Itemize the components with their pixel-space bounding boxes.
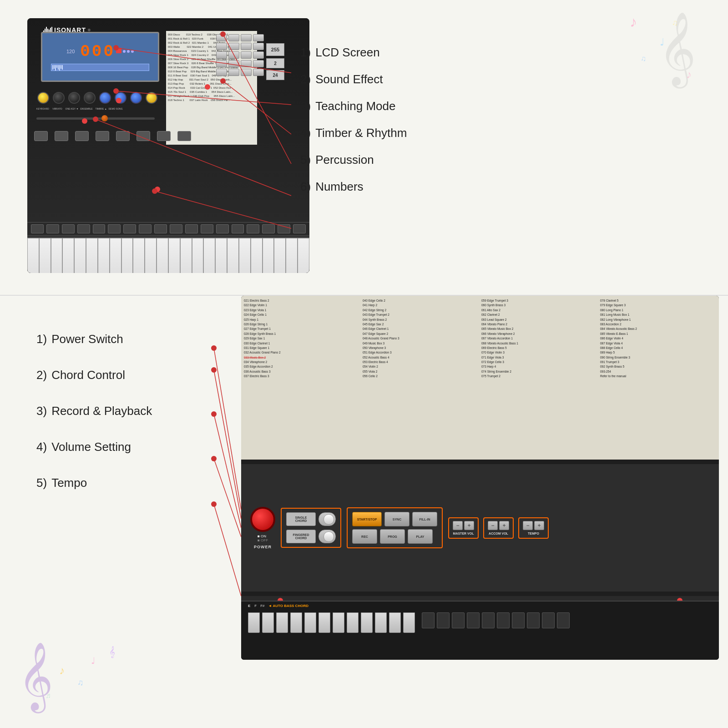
bass-white-key-2[interactable]	[262, 612, 274, 633]
btn-blue-3[interactable]	[130, 92, 142, 104]
white-key[interactable]	[51, 238, 63, 273]
rhythm-btn[interactable]	[228, 69, 239, 76]
white-key[interactable]	[239, 238, 251, 273]
bass-white-key-10[interactable]	[375, 612, 387, 633]
rhythm-btn[interactable]	[253, 69, 264, 76]
func-icon-16[interactable]	[262, 224, 275, 233]
func-icon-bottom-3[interactable]	[452, 612, 465, 628]
bass-white-key-9[interactable]	[361, 612, 373, 633]
single-chord-toggle[interactable]	[318, 512, 336, 526]
func-icon-5[interactable]	[93, 224, 106, 233]
bass-white-key-6[interactable]	[318, 612, 330, 633]
perc-icon-3[interactable]	[75, 131, 89, 141]
func-icon-14[interactable]	[232, 224, 244, 233]
master-vol-minus[interactable]: −	[453, 521, 463, 530]
white-key[interactable]	[133, 238, 145, 273]
white-key[interactable]	[192, 238, 204, 273]
func-icon-2[interactable]	[46, 224, 59, 233]
fingered-chord-toggle[interactable]	[318, 530, 336, 543]
btn-black-3[interactable]	[84, 92, 96, 104]
white-key[interactable]	[203, 238, 215, 273]
func-icon-bottom-1[interactable]	[422, 612, 435, 628]
func-icon-3[interactable]	[62, 224, 75, 233]
white-key[interactable]	[121, 238, 133, 273]
accom-vol-plus[interactable]: +	[499, 521, 509, 530]
white-key[interactable]	[74, 238, 86, 273]
rec-btn[interactable]: REC	[352, 529, 377, 544]
func-icon-9[interactable]	[154, 224, 167, 233]
tempo-plus[interactable]: +	[534, 521, 544, 530]
perc-icon-4[interactable]	[96, 131, 109, 141]
rhythm-btn[interactable]	[253, 60, 264, 67]
func-icon-bottom-9[interactable]	[542, 612, 555, 628]
rhythm-btn[interactable]	[241, 60, 252, 67]
btn-yellow-1[interactable]	[37, 92, 49, 104]
func-icon-12[interactable]	[201, 224, 213, 233]
bass-white-key-7[interactable]	[333, 612, 344, 633]
rhythm-btn[interactable]	[253, 43, 264, 50]
btn-yellow-2[interactable]	[146, 92, 157, 104]
perc-icon-6[interactable]	[136, 131, 150, 141]
func-icon-6[interactable]	[108, 224, 121, 233]
btn-black-2[interactable]	[68, 92, 80, 104]
btn-black-1[interactable]	[53, 92, 65, 104]
btn-blue-1[interactable]	[99, 92, 111, 104]
func-icon-13[interactable]	[216, 224, 229, 233]
func-icon-bottom-10[interactable]	[557, 612, 570, 628]
prog-btn[interactable]: PROG	[380, 529, 405, 544]
func-icon-7[interactable]	[123, 224, 136, 233]
func-icon-1[interactable]	[31, 224, 44, 233]
sync-btn[interactable]: SYNC	[384, 512, 410, 526]
bass-white-key-5[interactable]	[304, 612, 316, 633]
func-icon-18[interactable]	[293, 224, 306, 233]
rhythm-btn[interactable]	[241, 51, 252, 59]
rhythm-btn[interactable]	[228, 60, 239, 67]
func-icon-11[interactable]	[185, 224, 198, 233]
white-key[interactable]	[251, 238, 263, 273]
white-key[interactable]	[27, 238, 39, 273]
rhythm-btn[interactable]	[216, 69, 227, 76]
func-icon-bottom-8[interactable]	[527, 612, 540, 628]
rhythm-btn[interactable]	[228, 51, 239, 59]
bass-white-key-8[interactable]	[347, 612, 359, 633]
rhythm-btn[interactable]	[253, 51, 264, 59]
func-icon-4[interactable]	[77, 224, 90, 233]
white-key[interactable]	[298, 238, 309, 273]
white-key[interactable]	[110, 238, 121, 273]
start-stop-btn[interactable]: START/STOP	[352, 512, 382, 526]
func-icon-8[interactable]	[139, 224, 152, 233]
bass-white-key-1[interactable]	[248, 612, 260, 633]
func-icon-bottom-7[interactable]	[512, 612, 525, 628]
white-key[interactable]	[157, 238, 168, 273]
func-icon-bottom-2[interactable]	[437, 612, 450, 628]
master-vol-plus[interactable]: +	[464, 521, 474, 530]
white-key[interactable]	[168, 238, 180, 273]
rhythm-btn[interactable]	[216, 51, 227, 59]
tempo-minus[interactable]: −	[523, 521, 533, 530]
white-key[interactable]	[62, 238, 74, 273]
power-button[interactable]	[250, 507, 275, 532]
rhythm-btn[interactable]	[241, 43, 252, 50]
bass-white-key-11[interactable]	[389, 612, 401, 633]
accom-vol-minus[interactable]: −	[488, 521, 498, 530]
func-icon-10[interactable]	[170, 224, 182, 233]
white-key[interactable]	[263, 238, 274, 273]
func-icon-15[interactable]	[247, 224, 259, 233]
bass-white-key-12[interactable]	[403, 612, 415, 633]
func-icon-bottom-4[interactable]	[467, 612, 480, 628]
white-key[interactable]	[145, 238, 157, 273]
rhythm-btn[interactable]	[228, 43, 239, 50]
fill-in-btn[interactable]: FILL-IN	[412, 512, 437, 526]
white-key[interactable]	[215, 238, 227, 273]
bass-white-key-4[interactable]	[290, 612, 302, 633]
white-key[interactable]	[98, 238, 110, 273]
fingered-chord-btn[interactable]: FINGEREDCHORD	[286, 530, 316, 543]
white-key[interactable]	[286, 238, 298, 273]
single-chord-btn[interactable]: SINGLECHORD	[286, 512, 316, 526]
rhythm-btn[interactable]	[241, 34, 252, 41]
slider-thumb[interactable]	[101, 115, 108, 121]
white-key[interactable]	[180, 238, 192, 273]
rhythm-btn[interactable]	[216, 60, 227, 67]
rhythm-btn[interactable]	[216, 43, 227, 50]
perc-icon-7[interactable]	[157, 131, 171, 141]
